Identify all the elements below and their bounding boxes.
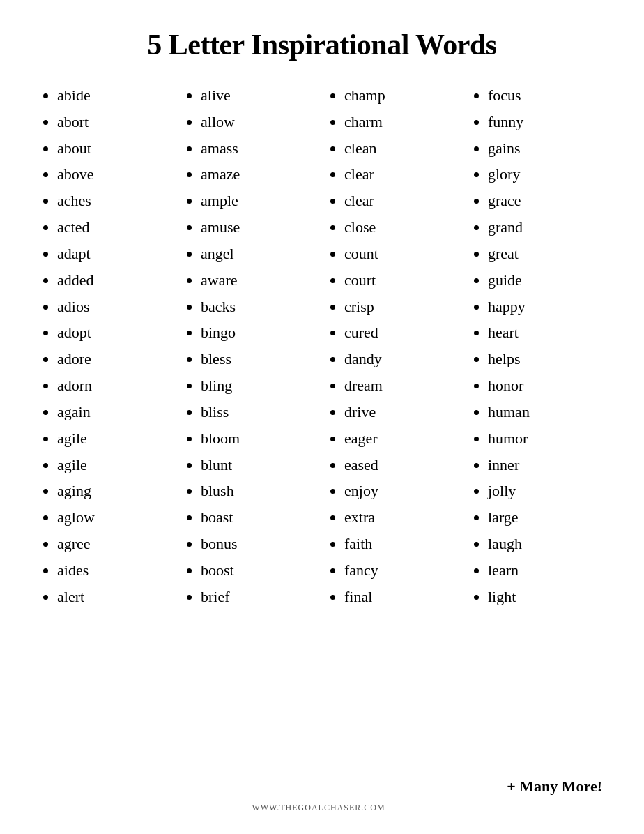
list-item: extra xyxy=(344,504,459,531)
list-item: abort xyxy=(57,109,171,135)
list-item: humor xyxy=(488,425,602,452)
list-item: fancy xyxy=(344,557,459,584)
list-item: amass xyxy=(201,135,315,162)
list-item: again xyxy=(57,399,171,425)
list-item: brief xyxy=(201,584,315,610)
list-item: drive xyxy=(344,399,459,425)
column-2: aliveallowamassamazeampleamuseangelaware… xyxy=(178,82,322,764)
list-item: cured xyxy=(344,319,459,346)
list-item: adore xyxy=(57,346,171,372)
list-item: adios xyxy=(57,294,171,320)
list-item: adopt xyxy=(57,319,171,346)
list-item: alert xyxy=(57,584,171,610)
list-item: added xyxy=(57,267,171,294)
list-item: bless xyxy=(201,346,315,372)
list-item: inner xyxy=(488,452,602,478)
page-title: 5 Letter Inspirational Words xyxy=(147,28,496,61)
website-label: WWW.THEGOALCHASER.COM xyxy=(35,803,602,813)
list-item: agree xyxy=(57,531,171,557)
list-item: aglow xyxy=(57,504,171,531)
list-item: laugh xyxy=(488,531,602,557)
list-item: count xyxy=(344,241,459,267)
list-item: blush xyxy=(201,478,315,504)
list-item: acted xyxy=(57,214,171,241)
list-item: about xyxy=(57,135,171,162)
list-item: angel xyxy=(201,241,315,267)
list-item: dream xyxy=(344,372,459,399)
list-item: aware xyxy=(201,267,315,294)
list-item: great xyxy=(488,241,602,267)
list-item: guide xyxy=(488,267,602,294)
list-item: agile xyxy=(57,425,171,452)
list-item: human xyxy=(488,399,602,425)
list-item: boost xyxy=(201,557,315,584)
word-columns: abideabortaboutaboveachesactedadaptadded… xyxy=(35,82,609,764)
many-more-label: + Many More! xyxy=(507,778,602,796)
list-item: bonus xyxy=(201,531,315,557)
list-item: bliss xyxy=(201,399,315,425)
list-item: amuse xyxy=(201,214,315,241)
list-item: aides xyxy=(57,557,171,584)
column-1: abideabortaboutaboveachesactedadaptadded… xyxy=(35,82,178,764)
list-item: alive xyxy=(201,82,315,109)
list-item: close xyxy=(344,214,459,241)
list-item: large xyxy=(488,504,602,531)
list-item: dandy xyxy=(344,346,459,372)
list-item: happy xyxy=(488,294,602,320)
list-item: ample xyxy=(201,188,315,214)
list-item: clear xyxy=(344,188,459,214)
list-item: agile xyxy=(57,452,171,478)
list-item: charm xyxy=(344,109,459,135)
list-item: amaze xyxy=(201,161,315,188)
list-item: learn xyxy=(488,557,602,584)
list-item: backs xyxy=(201,294,315,320)
list-item: court xyxy=(344,267,459,294)
list-item: funny xyxy=(488,109,602,135)
list-item: grand xyxy=(488,214,602,241)
list-item: crisp xyxy=(344,294,459,320)
list-item: bling xyxy=(201,372,315,399)
list-item: enjoy xyxy=(344,478,459,504)
list-item: glory xyxy=(488,161,602,188)
column-3: champcharmcleanclearclearclosecountcourt… xyxy=(322,82,466,764)
list-item: faith xyxy=(344,531,459,557)
list-item: adorn xyxy=(57,372,171,399)
list-item: clear xyxy=(344,161,459,188)
list-item: aches xyxy=(57,188,171,214)
list-item: aging xyxy=(57,478,171,504)
list-item: abide xyxy=(57,82,171,109)
list-item: helps xyxy=(488,346,602,372)
list-item: final xyxy=(344,584,459,610)
list-item: blunt xyxy=(201,452,315,478)
list-item: focus xyxy=(488,82,602,109)
list-item: honor xyxy=(488,372,602,399)
list-item: champ xyxy=(344,82,459,109)
list-item: adapt xyxy=(57,241,171,267)
list-item: above xyxy=(57,161,171,188)
list-item: bloom xyxy=(201,425,315,452)
list-item: eager xyxy=(344,425,459,452)
list-item: bingo xyxy=(201,319,315,346)
list-item: boast xyxy=(201,504,315,531)
list-item: clean xyxy=(344,135,459,162)
list-item: allow xyxy=(201,109,315,135)
list-item: jolly xyxy=(488,478,602,504)
list-item: grace xyxy=(488,188,602,214)
list-item: gains xyxy=(488,135,602,162)
list-item: heart xyxy=(488,319,602,346)
column-4: focusfunnygainsglorygracegrandgreatguide… xyxy=(466,82,609,764)
footer: + Many More! WWW.THEGOALCHASER.COM xyxy=(35,778,609,813)
list-item: eased xyxy=(344,452,459,478)
list-item: light xyxy=(488,584,602,610)
